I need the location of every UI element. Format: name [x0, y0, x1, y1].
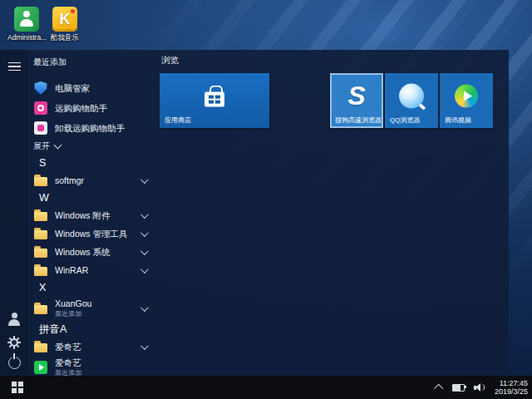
app-item[interactable]: 远购购物助手 — [28, 98, 155, 118]
app-subtitle: 最近添加 — [55, 309, 91, 318]
chevron-down-icon — [140, 210, 149, 219]
start-menu-rail — [0, 50, 28, 376]
shopping-assistant-icon — [34, 101, 47, 115]
start-app-list: 最近添加电脑管家远购购物助手卸载远购购物助手展开SsoftmgrWWindows… — [28, 53, 155, 379]
app-label: softmgr — [55, 176, 84, 185]
app-label: 卸载远购购物助手 — [55, 124, 125, 133]
app-folder-item[interactable]: Windows 管理工具 — [28, 224, 155, 243]
settings-button[interactable] — [4, 332, 24, 352]
volume-icon[interactable] — [474, 383, 485, 392]
desktop: Administra... K 酷我音乐 最近添加电脑管家远购购物助手卸载远购购… — [0, 0, 532, 399]
folder-icon — [34, 245, 47, 259]
app-item[interactable]: 电脑管家 — [28, 78, 155, 98]
app-label: 电脑管家 — [55, 84, 90, 93]
chevron-down-icon — [140, 175, 149, 184]
chevron-down-icon — [140, 342, 149, 350]
avatar-icon — [7, 313, 21, 326]
section-letter-header[interactable]: W — [28, 190, 155, 206]
user-account-button[interactable] — [4, 309, 24, 329]
section-letter-header[interactable]: S — [28, 155, 155, 171]
qq-browser-icon — [399, 84, 424, 109]
start-menu: 最近添加电脑管家远购购物助手卸载远购购物助手展开SsoftmgrWWindows… — [0, 50, 509, 376]
section-letter-header[interactable]: 拼音A — [28, 321, 155, 337]
expand-toggle[interactable]: 展开 — [28, 138, 155, 155]
app-folder-item[interactable]: Windows 附件 — [28, 206, 155, 224]
clock-time: 11:27:45 — [495, 379, 528, 387]
app-folder-item[interactable]: XuanGou最近添加 — [28, 296, 155, 321]
sogou-icon: S — [347, 82, 365, 109]
app-label: 爱奇艺 — [55, 358, 81, 367]
system-tray: 11:27:45 2019/3/25 — [436, 379, 532, 396]
pc-manager-shield-icon — [34, 81, 47, 95]
app-label: WinRAR — [55, 266, 88, 275]
app-folder-item[interactable]: 爱奇艺 — [28, 337, 155, 356]
tile-label: QQ浏览器 — [390, 116, 420, 125]
clock-date: 2019/3/25 — [495, 387, 528, 396]
clock[interactable]: 11:27:45 2019/3/25 — [495, 379, 528, 396]
start-button[interactable] — [0, 376, 35, 399]
tile-tencent-video[interactable]: 腾讯视频 — [440, 73, 493, 128]
power-icon — [8, 357, 21, 369]
folder-icon — [34, 227, 47, 240]
hamburger-icon — [8, 62, 21, 71]
tile-sogou-browser[interactable]: S 搜狗高速浏览器 — [330, 73, 383, 128]
tile-app-store[interactable]: 应用商店 — [160, 73, 269, 128]
administrator-icon — [14, 7, 39, 32]
tile-qq-browser[interactable]: QQ浏览器 — [385, 73, 438, 128]
desktop-icon-kuwo-music[interactable]: K 酷我音乐 — [46, 7, 84, 43]
app-label: 远购购物助手 — [55, 104, 107, 113]
tile-label: 应用商店 — [165, 116, 191, 125]
folder-icon — [34, 302, 47, 315]
menu-expand-button[interactable] — [4, 57, 24, 76]
power-button[interactable] — [4, 352, 24, 372]
tile-area: 浏览 应用商店 S 搜狗高速浏览器 QQ浏览器 腾讯视频 — [160, 50, 509, 376]
app-label: XuanGou — [55, 299, 91, 308]
expand-label: 展开 — [33, 140, 50, 152]
folder-icon — [34, 174, 47, 187]
windows-logo-icon — [12, 382, 23, 393]
gear-icon — [7, 336, 21, 349]
hidden-icons-chevron[interactable] — [434, 384, 443, 393]
recently-added-header: 最近添加 — [28, 53, 155, 78]
folder-icon — [34, 209, 47, 222]
app-label: Windows 附件 — [55, 211, 111, 220]
app-label: Windows 管理工具 — [55, 229, 128, 239]
battery-icon[interactable] — [452, 384, 465, 392]
app-folder-item[interactable]: WinRAR — [28, 261, 155, 279]
app-folder-item[interactable]: Windows 系统 — [28, 243, 155, 261]
tile-group-header[interactable]: 浏览 — [161, 55, 179, 66]
store-icon — [204, 85, 225, 108]
kuwo-music-icon: K — [52, 7, 77, 32]
desktop-icon-label: 酷我音乐 — [46, 33, 84, 43]
chevron-down-icon — [140, 303, 149, 312]
folder-icon — [34, 340, 47, 353]
app-label: 爱奇艺 — [55, 342, 81, 352]
app-item[interactable]: 卸载远购购物助手 — [28, 118, 155, 138]
app-label: Windows 系统 — [55, 248, 111, 257]
desktop-icon-administrator[interactable]: Administra... — [7, 7, 46, 42]
app-folder-item[interactable]: softmgr — [28, 171, 155, 190]
taskbar: 11:27:45 2019/3/25 — [0, 376, 532, 399]
folder-icon — [34, 264, 47, 277]
section-letter-header[interactable]: X — [28, 279, 155, 296]
tencent-video-icon — [455, 85, 478, 108]
chevron-down-icon — [140, 229, 149, 237]
uninstall-icon — [34, 121, 47, 135]
desktop-icon-label: Administra... — [7, 33, 46, 42]
chevron-down-icon — [54, 141, 62, 150]
tile-label: 腾讯视频 — [445, 116, 471, 125]
chevron-down-icon — [140, 265, 149, 273]
tile-label: 搜狗高速浏览器 — [335, 116, 382, 125]
iqiyi-icon — [34, 361, 47, 374]
chevron-down-icon — [140, 247, 149, 255]
